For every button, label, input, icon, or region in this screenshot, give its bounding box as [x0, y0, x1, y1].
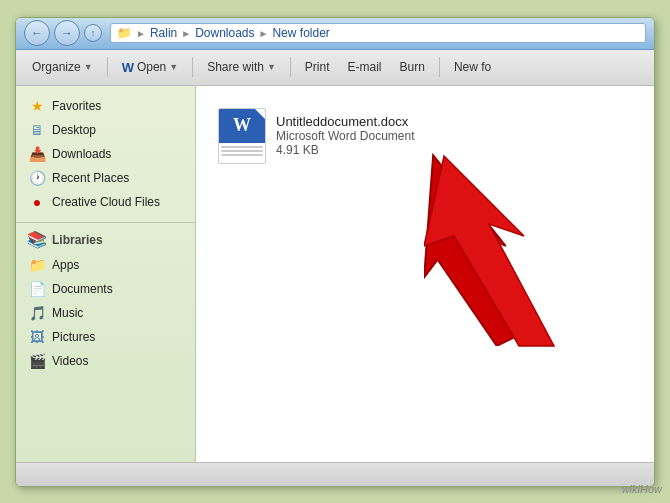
word-icon-line-3 — [221, 154, 263, 156]
organize-button[interactable]: Organize ▼ — [24, 53, 101, 81]
wikihow-label: wikiHow — [622, 483, 662, 495]
sidebar-item-downloads[interactable]: 📥 Downloads — [16, 142, 195, 166]
word-icon-lines — [219, 143, 265, 159]
toolbar-separator-2 — [192, 57, 193, 77]
wikihow-watermark: wikiHow — [622, 483, 662, 495]
breadcrumb-folder-icon: 📁 — [117, 26, 132, 40]
toolbar-separator-4 — [439, 57, 440, 77]
share-with-button[interactable]: Share with ▼ — [199, 53, 284, 81]
share-with-label: Share with — [207, 60, 264, 74]
word-icon-line-1 — [221, 146, 263, 148]
apps-icon: 📁 — [28, 256, 46, 274]
sidebar: ★ Favorites 🖥 Desktop 📥 Downloads 🕐 Rece… — [16, 86, 196, 462]
email-label: E-mail — [348, 60, 382, 74]
sidebar-item-pictures[interactable]: 🖼 Pictures — [16, 325, 195, 349]
print-label: Print — [305, 60, 330, 74]
star-icon: ★ — [28, 97, 46, 115]
sidebar-item-desktop[interactable]: 🖥 Desktop — [16, 118, 195, 142]
file-area: W Untitleddocument.docx Microsoft Word D… — [196, 86, 654, 462]
toolbar: Organize ▼ W Open ▼ Share with ▼ Print E… — [16, 50, 654, 86]
recent-places-label: Recent Places — [52, 171, 129, 185]
breadcrumb-arrow-1: ► — [136, 28, 146, 39]
organize-label: Organize — [32, 60, 81, 74]
svg-marker-0 — [424, 155, 533, 346]
favorites-label: Favorites — [52, 99, 101, 113]
sidebar-item-recent-places[interactable]: 🕐 Recent Places — [16, 166, 195, 190]
libraries-section: 📚 Libraries 📁 Apps 📄 Documents 🎵 Music — [16, 227, 195, 373]
red-arrow — [424, 146, 624, 346]
videos-icon: 🎬 — [28, 352, 46, 370]
sidebar-divider — [16, 222, 195, 223]
email-button[interactable]: E-mail — [340, 53, 390, 81]
title-bar: ← → ↑ 📁 ► Ralin ► Downloads ► New folder — [16, 18, 654, 50]
sidebar-item-apps[interactable]: 📁 Apps — [16, 253, 195, 277]
file-type: Microsoft Word Document — [276, 129, 632, 143]
burn-button[interactable]: Burn — [392, 53, 433, 81]
print-button[interactable]: Print — [297, 53, 338, 81]
toolbar-separator-1 — [107, 57, 108, 77]
desktop-icon: 🖥 — [28, 121, 46, 139]
word-icon-small: W — [122, 60, 134, 75]
burn-label: Burn — [400, 60, 425, 74]
breadcrumb-arrow-3: ► — [259, 28, 269, 39]
libraries-icon: 📚 — [28, 231, 46, 249]
documents-label: Documents — [52, 282, 113, 296]
organize-dropdown-icon: ▼ — [84, 62, 93, 72]
new-folder-button[interactable]: New fo — [446, 53, 499, 81]
libraries-label: Libraries — [52, 233, 103, 247]
up-button[interactable]: ↑ — [84, 24, 102, 42]
music-icon: 🎵 — [28, 304, 46, 322]
breadcrumb[interactable]: 📁 ► Ralin ► Downloads ► New folder — [110, 23, 646, 43]
sidebar-item-libraries[interactable]: 📚 Libraries — [16, 227, 195, 253]
word-letter: W — [233, 115, 251, 136]
open-dropdown-icon: ▼ — [169, 62, 178, 72]
breadcrumb-new-folder[interactable]: New folder — [272, 26, 329, 40]
music-label: Music — [52, 306, 83, 320]
breadcrumb-arrow-2: ► — [181, 28, 191, 39]
open-button[interactable]: W Open ▼ — [114, 53, 187, 81]
sidebar-item-favorites[interactable]: ★ Favorites — [16, 94, 195, 118]
favorites-section: ★ Favorites 🖥 Desktop 📥 Downloads 🕐 Rece… — [16, 94, 195, 214]
back-button[interactable]: ← — [24, 20, 50, 46]
pictures-label: Pictures — [52, 330, 95, 344]
main-content: ★ Favorites 🖥 Desktop 📥 Downloads 🕐 Rece… — [16, 86, 654, 462]
word-icon-line-2 — [221, 150, 263, 152]
desktop-label: Desktop — [52, 123, 96, 137]
downloads-icon: 📥 — [28, 145, 46, 163]
pictures-icon: 🖼 — [28, 328, 46, 346]
breadcrumb-downloads[interactable]: Downloads — [195, 26, 254, 40]
nav-buttons: ← → ↑ — [24, 20, 102, 46]
creative-cloud-icon: ● — [28, 193, 46, 211]
apps-label: Apps — [52, 258, 79, 272]
documents-icon: 📄 — [28, 280, 46, 298]
videos-label: Videos — [52, 354, 88, 368]
sidebar-item-videos[interactable]: 🎬 Videos — [16, 349, 195, 373]
toolbar-separator-3 — [290, 57, 291, 77]
file-info: Untitleddocument.docx Microsoft Word Doc… — [276, 114, 632, 157]
file-item[interactable]: W Untitleddocument.docx Microsoft Word D… — [212, 102, 638, 170]
downloads-label: Downloads — [52, 147, 111, 161]
forward-button[interactable]: → — [54, 20, 80, 46]
sidebar-item-documents[interactable]: 📄 Documents — [16, 277, 195, 301]
explorer-window: ← → ↑ 📁 ► Ralin ► Downloads ► New folder… — [15, 17, 655, 487]
word-file-icon: W — [218, 108, 266, 164]
share-dropdown-icon: ▼ — [267, 62, 276, 72]
word-icon-corner — [255, 109, 265, 119]
sidebar-item-music[interactable]: 🎵 Music — [16, 301, 195, 325]
file-size: 4.91 KB — [276, 143, 632, 157]
new-folder-label: New fo — [454, 60, 491, 74]
file-name: Untitleddocument.docx — [276, 114, 632, 129]
recent-places-icon: 🕐 — [28, 169, 46, 187]
creative-cloud-label: Creative Cloud Files — [52, 195, 160, 209]
status-bar — [16, 462, 654, 486]
breadcrumb-ralin[interactable]: Ralin — [150, 26, 177, 40]
sidebar-item-creative-cloud[interactable]: ● Creative Cloud Files — [16, 190, 195, 214]
open-label: Open — [137, 60, 166, 74]
